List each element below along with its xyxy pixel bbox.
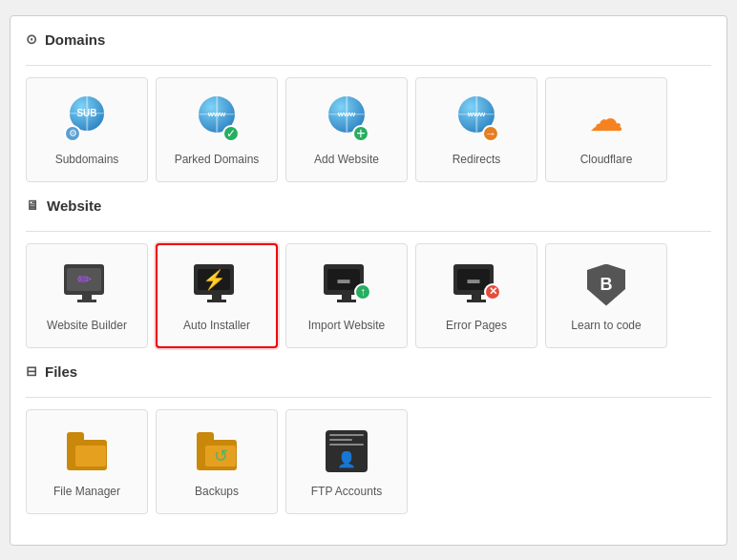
import-website-icon: ▬ ↑ — [321, 259, 372, 311]
monitor-icon: 🖥 — [26, 197, 39, 213]
ftp-accounts-icon: 👤 — [321, 425, 372, 477]
subdomains-label: Subdomains — [55, 153, 119, 166]
redirects-label: Redirects — [453, 153, 501, 166]
learn-to-code-tile[interactable]: B Learn to code — [545, 243, 667, 348]
file-manager-label: File Manager — [53, 485, 120, 498]
files-divider — [26, 397, 711, 398]
domains-divider — [26, 65, 711, 66]
bolt-icon: ⚡ — [202, 268, 226, 291]
ftp-person-icon: 👤 — [337, 450, 356, 468]
import-website-label: Import Website — [308, 319, 385, 332]
files-header: ⊟ Files — [26, 363, 711, 385]
website-title: Website — [47, 197, 101, 214]
subdomains-icon: SUB ⚙ — [61, 93, 113, 145]
cloudflare-cloud-icon: ☁ — [589, 99, 623, 139]
auto-installer-icon: ⚡ — [191, 259, 242, 311]
monitor-screen-icon: ▬ — [468, 272, 480, 286]
website-builder-icon: ✏ — [61, 259, 113, 311]
cloudflare-icon: ☁ — [580, 93, 632, 145]
error-pages-label: Error Pages — [446, 319, 507, 332]
website-section: 🖥 Website ✏ Websi — [26, 197, 711, 348]
parked-domains-tile[interactable]: www ✓ Parked Domains — [156, 77, 278, 182]
file-manager-tile[interactable]: File Manager — [26, 409, 148, 514]
x-badge-icon: ✕ — [484, 283, 501, 301]
shield-b-icon: B — [587, 264, 625, 306]
file-manager-icon — [61, 425, 113, 477]
auto-installer-tile[interactable]: ⚡ Auto Installer — [156, 243, 278, 348]
parked-domains-label: Parked Domains — [175, 153, 260, 166]
backups-label: Backups — [195, 485, 239, 498]
domains-header: ⊙ Domains — [26, 31, 711, 53]
add-website-icon: www + — [321, 93, 372, 145]
error-pages-tile[interactable]: ▬ ✕ Error Pages — [415, 243, 537, 348]
backups-tile[interactable]: ↺ Backups — [156, 409, 278, 514]
subdomains-tile[interactable]: SUB ⚙ Subdomains — [26, 77, 148, 182]
upload-badge-icon: ↑ — [354, 283, 371, 301]
add-website-label: Add Website — [314, 153, 379, 166]
monitor-generic-icon: ▬ — [338, 272, 350, 286]
domains-icon: ⊙ — [26, 31, 37, 47]
ftp-accounts-label: FTP Accounts — [311, 485, 382, 498]
add-website-tile[interactable]: www + Add Website — [285, 77, 408, 182]
error-pages-icon: ▬ ✕ — [451, 259, 502, 311]
cloudflare-label: Cloudflare — [580, 153, 633, 166]
website-tiles: ✏ Website Builder ⚡ — [26, 243, 711, 348]
refresh-arrow-icon: ↺ — [214, 446, 228, 467]
ftp-accounts-tile[interactable]: 👤 FTP Accounts — [285, 409, 408, 514]
website-builder-tile[interactable]: ✏ Website Builder — [26, 243, 148, 348]
website-divider — [26, 231, 711, 232]
main-container: ⊙ Domains SUB ⚙ Subdomains — [10, 15, 727, 546]
files-icon: ⊟ — [26, 363, 37, 379]
domains-section: ⊙ Domains SUB ⚙ Subdomains — [26, 31, 711, 182]
files-title: Files — [45, 363, 77, 380]
redirects-icon: www → — [451, 93, 502, 145]
parked-domains-icon: www ✓ — [191, 93, 242, 145]
domains-title: Domains — [45, 31, 105, 48]
domains-tiles: SUB ⚙ Subdomains www ✓ Pa — [26, 77, 711, 182]
backups-icon: ↺ — [191, 425, 242, 477]
files-tiles: File Manager ↺ Backups — [26, 409, 711, 514]
import-website-tile[interactable]: ▬ ↑ Import Website — [285, 243, 408, 348]
learn-to-code-label: Learn to code — [571, 319, 641, 332]
files-section: ⊟ Files File Manager — [26, 363, 711, 514]
pencil-icon: ✏ — [77, 269, 92, 290]
auto-installer-label: Auto Installer — [183, 319, 250, 332]
website-builder-label: Website Builder — [47, 319, 127, 332]
redirects-tile[interactable]: www → Redirects — [415, 77, 537, 182]
learn-to-code-icon: B — [580, 259, 632, 311]
cloudflare-tile[interactable]: ☁ Cloudflare — [545, 77, 667, 182]
website-header: 🖥 Website — [26, 197, 711, 219]
